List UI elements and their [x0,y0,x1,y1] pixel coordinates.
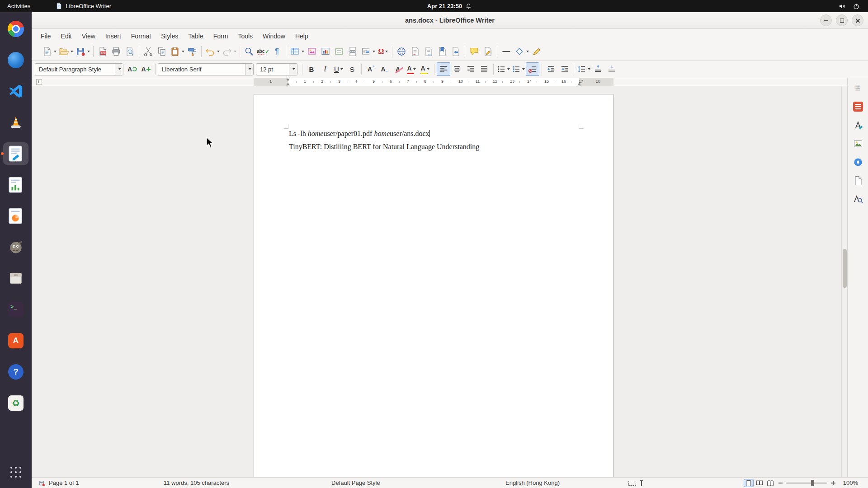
scrollbar-thumb[interactable] [843,249,847,288]
italic-button[interactable]: I [318,62,332,76]
zoom-out-button[interactable] [778,483,783,483]
dock-item-libreoffice-impress[interactable] [3,205,28,227]
zoom-slider-thumb[interactable] [811,480,814,486]
zoom-in-button[interactable] [831,481,835,485]
menu-insert[interactable]: Insert [100,31,126,42]
combo-arrow[interactable] [289,64,297,75]
topbar-app-indicator[interactable]: LibreOffice Writer [56,3,111,9]
multi-page-view-button[interactable] [755,479,764,487]
save-button[interactable] [74,45,91,58]
insert-footnote-button[interactable] [408,45,422,58]
sidebar-properties-button[interactable] [851,100,865,113]
sidebar-style-inspector-button[interactable] [851,193,865,206]
menu-file[interactable]: File [36,31,56,42]
tab-stop-selector[interactable]: L [36,79,42,85]
menu-edit[interactable]: Edit [56,31,77,42]
open-button[interactable] [57,45,74,58]
titlebar[interactable]: ans.docx - LibreOffice Writer [32,12,868,29]
clone-formatting-button[interactable] [185,45,199,58]
dock-item-files[interactable] [3,267,28,290]
dropdown-arrow[interactable] [427,68,429,70]
print-button[interactable] [109,45,123,58]
redo-button[interactable] [221,45,237,58]
insert-table-button[interactable] [288,45,305,58]
insert-cross-reference-button[interactable] [449,45,462,58]
show-draw-functions-button[interactable] [530,45,543,58]
insert-endnote-button[interactable] [422,45,435,58]
bold-button[interactable]: B [305,62,318,76]
dropdown-arrow[interactable] [217,51,220,52]
strikethrough-button[interactable]: S [345,62,359,76]
document-page[interactable]: Ls -lh homeuser/paper01.pdf homeuser/ans… [254,94,613,477]
insert-image-button[interactable] [305,45,319,58]
insert-text-box-button[interactable] [332,45,346,58]
find-and-replace-button[interactable] [242,45,256,58]
book-view-button[interactable] [765,479,775,487]
dock-item-ubuntu-software[interactable]: A [3,329,28,352]
update-style-button[interactable]: A [126,62,139,76]
undo-button[interactable] [204,45,221,58]
dropdown-arrow[interactable] [507,68,510,70]
align-center-button[interactable] [450,62,464,76]
unordered-list-button[interactable] [496,62,511,76]
insert-page-break-button[interactable] [346,45,359,58]
justify-button[interactable] [477,62,491,76]
basic-shapes-button[interactable] [513,45,530,58]
insert-hyperlink-button[interactable] [395,45,408,58]
menu-format[interactable]: Format [126,31,156,42]
highlight-color-button[interactable]: A [418,62,432,76]
dropdown-arrow[interactable] [588,68,590,70]
dropdown-arrow[interactable] [413,68,416,70]
vertical-scrollbar[interactable] [841,86,847,477]
dock-item-chrome[interactable] [3,18,28,40]
menu-table[interactable]: Table [183,31,208,42]
selection-mode-icon[interactable] [628,481,636,486]
copy-button[interactable] [155,45,169,58]
combo-arrow[interactable] [115,64,123,75]
decrease-paragraph-spacing-button[interactable] [605,62,618,76]
dock-item-app-grid[interactable] [3,461,28,483]
paragraph-style-combo[interactable]: Default Paragraph Style [35,63,123,75]
paragraph-3[interactable]: TinyBERT: Distilling BERT for Natural La… [289,142,580,151]
sidebar-settings-button[interactable]: ☰ [851,82,865,94]
underline-button[interactable]: U [332,62,345,76]
dropdown-arrow[interactable] [234,51,236,52]
superscript-button[interactable]: A² [364,62,377,76]
combo-arrow[interactable] [245,64,253,75]
dropdown-arrow[interactable] [87,51,90,52]
print-preview-button[interactable] [123,45,137,58]
language-status[interactable]: English (Hong Kong) [505,479,560,486]
insert-field-button[interactable] [359,45,376,58]
insert-bookmark-button[interactable] [435,45,449,58]
spelling-button[interactable]: abc✓ [256,45,270,58]
ordered-list-button[interactable] [511,62,526,76]
increase-paragraph-spacing-button[interactable] [591,62,605,76]
sidebar-page-button[interactable] [851,174,865,187]
dropdown-arrow[interactable] [373,51,375,52]
close-button[interactable] [852,14,863,26]
menu-styles[interactable]: Styles [156,31,183,42]
left-indent-marker[interactable] [286,83,290,85]
dropdown-arrow[interactable] [526,51,529,52]
document-canvas[interactable]: Ls -lh homeuser/paper01.pdf homeuser/ans… [32,86,868,477]
export-pdf-button[interactable]: PDF [96,45,109,58]
dock-item-terminal[interactable]: >_ [3,298,28,321]
dock-item-vlc[interactable] [3,111,28,134]
dock-item-gimp[interactable] [3,236,28,258]
menu-view[interactable]: View [77,31,100,42]
dock-item-libreoffice-writer[interactable] [3,142,28,165]
page-style-status[interactable]: Default Page Style [331,479,380,486]
system-tray[interactable] [839,0,868,12]
dock-item-firefox[interactable] [3,49,28,71]
font-name-combo[interactable]: Liberation Serif [158,63,254,75]
zoom-slider[interactable] [786,483,827,483]
dropdown-arrow[interactable] [54,51,57,52]
dock-item-help[interactable]: ? [3,361,28,383]
ruler[interactable]: L 1234567891011121314151617181 [32,78,868,86]
no-list-button[interactable] [526,62,539,76]
page-number-status[interactable]: Page 1 of 1 [49,479,79,486]
dock-item-recycle-app[interactable]: ♻ [3,392,28,414]
insert-comment-button[interactable] [467,45,481,58]
menu-tools[interactable]: Tools [233,31,258,42]
sidebar-gallery-button[interactable] [851,137,865,150]
